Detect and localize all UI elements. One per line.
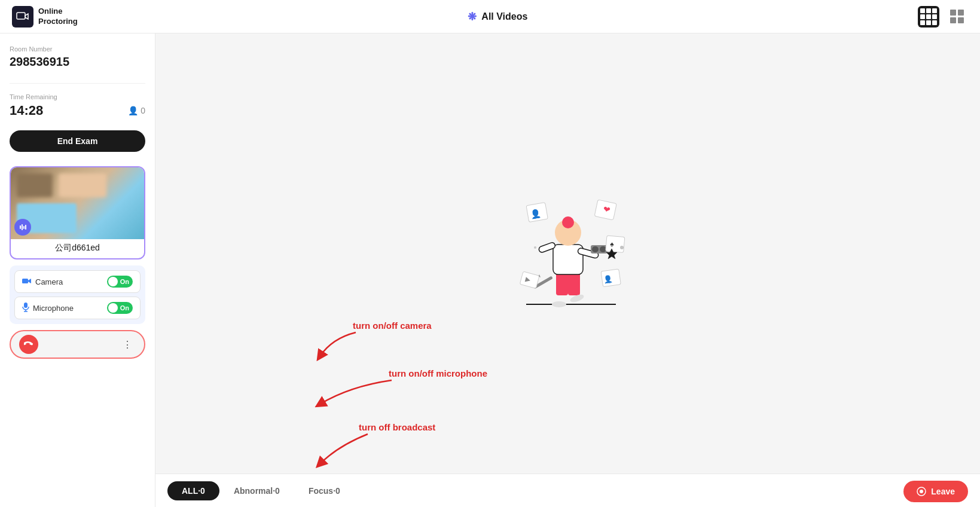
camera-state: On xyxy=(120,278,129,285)
svg-rect-10 xyxy=(556,271,568,295)
end-exam-button[interactable]: End Exam xyxy=(10,130,145,152)
svg-rect-11 xyxy=(568,271,580,295)
sidebar: Room Number 298536915 Time Remaining 14:… xyxy=(0,33,155,507)
video-area: turn on/off camera turn on/off microphon… xyxy=(155,33,980,474)
focus-tab[interactable]: Focus·0 xyxy=(294,481,355,500)
microphone-toggle[interactable]: On xyxy=(107,302,133,314)
grid-view-inactive-button[interactable] xyxy=(947,6,968,28)
controls-panel: Camera On M xyxy=(10,265,145,324)
logo: Online Proctoring xyxy=(12,6,78,28)
grid-2-icon xyxy=(950,10,964,23)
header-title: ❋ All Videos xyxy=(468,10,527,23)
title-icon: ❋ xyxy=(468,10,477,23)
all-tab[interactable]: ALL·0 xyxy=(167,481,219,500)
main-layout: Room Number 298536915 Time Remaining 14:… xyxy=(0,33,980,507)
microphone-label: Microphone xyxy=(22,303,74,314)
time-row: 14:28 👤 0 xyxy=(10,103,145,118)
leave-label: Leave xyxy=(931,487,955,496)
camera-icon xyxy=(22,277,32,286)
svg-rect-2 xyxy=(22,224,23,230)
logo-text: Online Proctoring xyxy=(38,7,78,27)
svg-rect-1 xyxy=(20,225,21,229)
room-number: 298536915 xyxy=(10,55,145,69)
svg-rect-4 xyxy=(25,225,26,230)
svg-text:👤: 👤 xyxy=(603,274,613,284)
broadcast-bar[interactable]: ⋮ xyxy=(10,330,145,359)
toggle-circle-mic xyxy=(108,303,118,313)
svg-point-12 xyxy=(552,301,566,307)
camera-control-row: Camera On xyxy=(14,270,141,293)
svg-point-36 xyxy=(920,490,923,493)
microphone-annotation: turn on/off microphone xyxy=(389,368,487,378)
svg-point-30 xyxy=(620,246,624,249)
microphone-control-row: Microphone On xyxy=(14,297,141,319)
grid-view-active-button[interactable] xyxy=(918,6,939,28)
person-icon: 👤 xyxy=(128,106,138,115)
video-thumbnail xyxy=(11,167,144,239)
end-call-button[interactable] xyxy=(19,335,38,354)
divider-1 xyxy=(10,83,145,84)
svg-rect-21 xyxy=(600,246,606,252)
microphone-icon xyxy=(22,303,29,314)
user-name: 公司d661ed xyxy=(11,239,144,258)
svg-rect-6 xyxy=(24,303,28,308)
svg-rect-26 xyxy=(605,236,624,253)
time-label: Time Remaining xyxy=(10,93,145,100)
leave-button[interactable]: Leave xyxy=(903,481,968,502)
microphone-label-text: Microphone xyxy=(33,304,74,313)
room-label: Room Number xyxy=(10,45,145,53)
title-text: All Videos xyxy=(481,11,527,22)
count-value: 0 xyxy=(141,106,145,115)
grid-icon xyxy=(920,8,937,25)
empty-state-illustration: 👤 ❤ ♠ 👤 xyxy=(490,188,646,319)
audio-indicator xyxy=(14,219,31,236)
camera-annotation: turn on/off camera xyxy=(353,320,432,331)
camera-label-text: Camera xyxy=(35,277,63,286)
svg-rect-0 xyxy=(17,13,25,19)
participants-count: 👤 0 xyxy=(128,106,145,115)
more-options-button[interactable]: ⋮ xyxy=(119,336,136,353)
abnormal-tab[interactable]: Abnormal·0 xyxy=(219,481,294,500)
video-block-2 xyxy=(59,173,106,197)
video-card: 公司d661ed xyxy=(10,166,145,259)
content-area: turn on/off camera turn on/off microphon… xyxy=(155,33,980,507)
header: Online Proctoring ❋ All Videos xyxy=(0,0,980,33)
bottom-bar: ALL·0 Abnormal·0 Focus·0 Leave xyxy=(155,474,980,507)
svg-rect-20 xyxy=(592,246,599,252)
svg-rect-3 xyxy=(23,226,25,229)
header-actions xyxy=(918,6,968,28)
microphone-state: On xyxy=(120,304,129,311)
time-value: 14:28 xyxy=(10,103,43,118)
svg-point-16 xyxy=(562,216,574,228)
camera-label: Camera xyxy=(22,277,63,286)
video-block-1 xyxy=(17,173,53,197)
toggle-circle xyxy=(108,277,118,286)
broadcast-annotation: turn off broadcast xyxy=(359,422,435,432)
broadcast-end xyxy=(19,335,38,354)
svg-point-31 xyxy=(534,246,536,249)
camera-toggle[interactable]: On xyxy=(107,276,133,288)
svg-rect-5 xyxy=(22,279,28,283)
logo-icon xyxy=(12,6,33,28)
